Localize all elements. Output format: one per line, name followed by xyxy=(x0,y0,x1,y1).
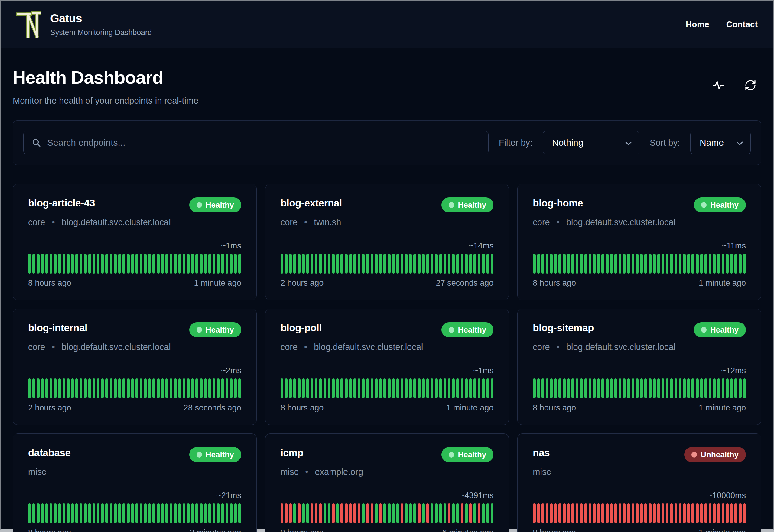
endpoint-card[interactable]: nas Unhealthy misc ~10000ms 8 hours ago … xyxy=(517,433,761,532)
uptime-bar-success xyxy=(200,254,203,274)
endpoint-card[interactable]: blog-internal Healthy core • blog.defaul… xyxy=(13,309,257,425)
uptime-bar-success xyxy=(58,503,61,523)
endpoint-card[interactable]: blog-poll Healthy core • blog.default.sv… xyxy=(265,309,509,425)
status-dot-icon xyxy=(449,452,454,458)
endpoint-card[interactable]: blog-external Healthy core • twin.sh ~14… xyxy=(265,184,509,300)
search-box[interactable] xyxy=(23,131,489,154)
uptime-bar-success xyxy=(118,503,121,523)
status-dot-icon xyxy=(449,327,454,333)
uptime-bar-success xyxy=(640,254,643,274)
uptime-bar-success xyxy=(148,254,151,274)
oldest-timestamp: 2 hours ago xyxy=(28,403,71,413)
uptime-bar-success xyxy=(726,378,729,398)
uptime-bar-success xyxy=(730,254,733,274)
uptime-bar-success xyxy=(482,378,485,398)
activity-pulse-icon[interactable] xyxy=(712,79,725,92)
uptime-bar-success xyxy=(469,378,472,398)
uptime-bar-success xyxy=(328,254,330,274)
uptime-bar-success xyxy=(336,503,339,523)
uptime-bar-success xyxy=(717,254,720,274)
status-badge: Healthy xyxy=(189,447,241,462)
nav-link-home[interactable]: Home xyxy=(686,20,709,29)
status-dot-icon xyxy=(449,202,454,208)
endpoint-card[interactable]: blog-home Healthy core • blog.default.sv… xyxy=(517,184,761,300)
endpoint-cards-grid: blog-article-43 Healthy core • blog.defa… xyxy=(13,184,761,532)
uptime-bar-success xyxy=(632,254,634,274)
uptime-bar-success xyxy=(580,254,583,274)
uptime-bar-success xyxy=(713,254,716,274)
filter-select[interactable]: Nothing xyxy=(543,131,639,154)
uptime-bar-failure xyxy=(589,503,591,523)
refresh-icon[interactable] xyxy=(744,79,757,92)
uptime-bar-success xyxy=(41,503,44,523)
uptime-bar-success xyxy=(178,378,181,398)
uptime-bar-success xyxy=(589,254,591,274)
uptime-bar-success xyxy=(649,254,651,274)
status-label: Healthy xyxy=(458,450,486,459)
endpoint-card[interactable]: icmp Healthy misc • example.org ~4391ms … xyxy=(265,433,509,532)
uptime-bar-failure xyxy=(469,503,472,523)
brand[interactable]: Gatus System Monitoring Dashboard xyxy=(16,11,152,38)
uptime-bar-success xyxy=(165,378,168,398)
uptime-bars xyxy=(281,503,494,523)
chevron-down-icon xyxy=(625,139,632,145)
oldest-timestamp: 2 hours ago xyxy=(281,278,324,288)
uptime-bar-success xyxy=(302,378,305,398)
endpoint-card[interactable]: blog-article-43 Healthy core • blog.defa… xyxy=(13,184,257,300)
uptime-bar-success xyxy=(576,378,578,398)
uptime-bar-success xyxy=(234,254,237,274)
uptime-bar-success xyxy=(71,254,74,274)
uptime-bar-success xyxy=(161,503,164,523)
uptime-bar-success xyxy=(213,503,215,523)
host-separator: • xyxy=(52,342,55,352)
newest-timestamp: 1 minute ago xyxy=(446,403,493,413)
uptime-bar-success xyxy=(311,378,313,398)
sort-select[interactable]: Name xyxy=(690,131,751,154)
endpoint-card[interactable]: database Healthy misc ~21ms 8 hours ago … xyxy=(13,433,257,532)
uptime-bar-success xyxy=(32,503,35,523)
uptime-bar-success xyxy=(486,254,489,274)
endpoint-group: misc xyxy=(533,467,551,477)
status-badge: Healthy xyxy=(441,322,493,337)
uptime-bar-success xyxy=(623,378,626,398)
app-window: Gatus System Monitoring Dashboard Home C… xyxy=(0,0,774,532)
search-input[interactable] xyxy=(47,138,480,148)
uptime-bar-success xyxy=(593,254,596,274)
uptime-bar-success xyxy=(675,378,677,398)
uptime-bar-failure xyxy=(687,503,690,523)
status-dot-icon xyxy=(691,452,697,458)
uptime-bar-success xyxy=(306,503,309,523)
uptime-bar-success xyxy=(45,254,48,274)
uptime-bar-failure xyxy=(379,503,382,523)
uptime-bar-failure xyxy=(627,503,630,523)
uptime-bar-success xyxy=(431,378,433,398)
uptime-bar-success xyxy=(709,254,711,274)
uptime-bar-success xyxy=(379,378,382,398)
latency-value: ~1ms xyxy=(281,366,494,375)
uptime-bar-success xyxy=(174,378,177,398)
oldest-timestamp: 8 hours ago xyxy=(28,528,71,532)
uptime-bar-success xyxy=(567,254,570,274)
uptime-bar-success xyxy=(93,378,95,398)
uptime-bar-success xyxy=(238,503,241,523)
uptime-bar-success xyxy=(533,254,535,274)
uptime-bar-success xyxy=(444,254,446,274)
endpoint-card[interactable]: blog-sitemap Healthy core • blog.default… xyxy=(517,309,761,425)
filter-toolbar: Filter by: Nothing Sort by: Name xyxy=(13,120,761,165)
uptime-bar-success xyxy=(71,503,74,523)
uptime-bar-success xyxy=(289,254,292,274)
uptime-bar-failure xyxy=(709,503,711,523)
uptime-bar-success xyxy=(644,254,647,274)
uptime-bar-success xyxy=(75,503,78,523)
nav-link-contact[interactable]: Contact xyxy=(726,20,758,29)
uptime-bar-failure xyxy=(353,503,356,523)
endpoint-host: blog.default.svc.cluster.local xyxy=(62,342,171,352)
uptime-bar-success xyxy=(140,503,142,523)
host-separator: • xyxy=(305,467,308,477)
uptime-bar-success xyxy=(135,378,138,398)
uptime-bar-success xyxy=(187,378,190,398)
uptime-bar-success xyxy=(324,378,326,398)
uptime-bar-success xyxy=(75,378,78,398)
uptime-bar-success xyxy=(281,254,283,274)
uptime-bar-success xyxy=(204,254,207,274)
